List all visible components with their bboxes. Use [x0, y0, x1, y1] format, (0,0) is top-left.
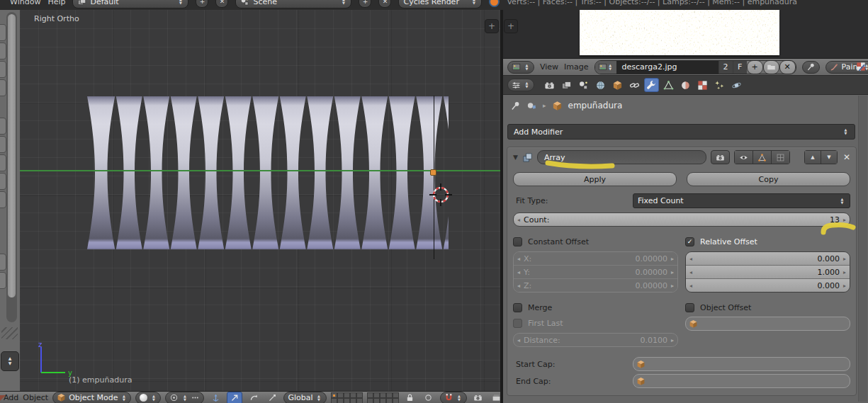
object-offset-checkbox[interactable]: [685, 303, 694, 312]
render-engine-selector[interactable]: Cycles Render ▲▼: [398, 0, 482, 8]
tab-physics[interactable]: [729, 78, 744, 92]
image-datablock-selector[interactable]: ▲▼: [595, 61, 616, 74]
editor-type-selector[interactable]: ▲▼: [507, 61, 534, 74]
relative-offset-checkbox[interactable]: ✓: [685, 237, 694, 246]
uv-properties-expand-button[interactable]: +: [504, 19, 518, 33]
pivot-point-selector[interactable]: ▲▼: [165, 392, 204, 403]
array-mesh-object[interactable]: [87, 96, 449, 251]
tab-object-data[interactable]: [661, 78, 676, 92]
pin-icon[interactable]: [510, 101, 521, 111]
cage-display-toggle[interactable]: [772, 150, 790, 164]
tab-texture[interactable]: [695, 78, 710, 92]
move-modifier-down-button[interactable]: ▼: [821, 150, 838, 164]
unlink-image-button[interactable]: ✕: [779, 60, 796, 74]
viewport-visibility-toggle[interactable]: [734, 150, 753, 164]
tool-shelf-button[interactable]: [0, 136, 6, 153]
image-users-button[interactable]: 2: [718, 61, 733, 74]
scale-manipulator-button[interactable]: [265, 392, 279, 403]
tab-scene[interactable]: [576, 78, 591, 92]
tab-object[interactable]: [610, 78, 625, 92]
uv-image-editor[interactable]: +: [503, 10, 868, 58]
constant-y-field[interactable]: ◂ Y: 0.00000 ▸: [514, 265, 677, 278]
menu-add[interactable]: Add: [4, 393, 18, 402]
tab-world[interactable]: [593, 78, 608, 92]
expand-panel-icon[interactable]: ▼: [513, 154, 518, 161]
increment-icon[interactable]: ▸: [843, 217, 846, 223]
end-cap-selector[interactable]: [633, 374, 850, 388]
panel-resize-grip[interactable]: [1, 327, 18, 339]
properties-scrollbar[interactable]: [858, 96, 867, 402]
transform-orientation-selector[interactable]: Global ▲▼: [283, 392, 326, 403]
constant-z-field[interactable]: ◂ Z: 0.00000 ▸: [514, 278, 677, 292]
menu-help[interactable]: Help: [47, 0, 65, 6]
copy-button[interactable]: Copy: [687, 172, 850, 186]
pin-image-button[interactable]: [802, 61, 820, 74]
move-modifier-up-button[interactable]: ▲: [804, 150, 821, 164]
layers-group-1[interactable]: [331, 392, 363, 403]
delete-layout-button[interactable]: ✕: [215, 0, 228, 8]
paint-mask-button[interactable]: [854, 62, 868, 73]
snap-selector[interactable]: ▲▼: [440, 392, 467, 403]
object-origin-dot[interactable]: [430, 169, 436, 176]
collapsed-panel-spinner[interactable]: ▲▼: [1, 351, 19, 371]
3d-viewport[interactable]: Right Ortho +: [20, 10, 500, 391]
start-cap-selector[interactable]: [633, 357, 850, 371]
menu-object[interactable]: Object: [23, 393, 48, 402]
screen-layout-selector[interactable]: Default ▲▼: [72, 0, 188, 8]
tool-shelf-button[interactable]: [0, 79, 6, 96]
count-slider[interactable]: ◂ Count: 13 ▸: [513, 212, 850, 227]
tool-shelf-button[interactable]: [0, 254, 6, 271]
viewport-properties-expand-button[interactable]: +: [485, 19, 499, 33]
tool-shelf-button[interactable]: [0, 272, 6, 289]
fake-user-button[interactable]: F: [733, 61, 747, 74]
tab-constraints[interactable]: [627, 78, 642, 92]
menu-view[interactable]: View: [540, 62, 558, 72]
manipulator-toggle-button[interactable]: [208, 392, 222, 403]
new-image-button[interactable]: +: [747, 60, 763, 74]
offset-object-selector[interactable]: [685, 317, 850, 331]
scene-selector[interactable]: Scene ▲▼: [235, 0, 351, 8]
tool-shelf-button[interactable]: [0, 154, 6, 171]
tool-shelf-button[interactable]: [0, 24, 6, 41]
tool-shelf-button[interactable]: [0, 61, 6, 78]
rotate-manipulator-button[interactable]: [247, 392, 261, 403]
constant-offset-checkbox[interactable]: [513, 237, 522, 246]
fit-type-dropdown[interactable]: Fixed Count ▲▼: [633, 193, 850, 208]
layers-group-2[interactable]: [367, 392, 399, 403]
editor-type-selector[interactable]: ▲▼: [507, 79, 534, 91]
viewport-shading-selector[interactable]: ▲▼: [135, 392, 161, 403]
decrement-icon[interactable]: ◂: [517, 217, 520, 223]
opengl-render-anim-button[interactable]: [490, 392, 500, 403]
constant-x-field[interactable]: ◂ X: 0.00000 ▸: [514, 252, 677, 265]
tab-render[interactable]: [542, 78, 557, 92]
tab-particles[interactable]: [712, 78, 727, 92]
lock-to-scene-button[interactable]: [403, 392, 417, 403]
modifier-name-field[interactable]: Array: [537, 150, 706, 164]
tool-shelf-button[interactable]: [0, 173, 6, 190]
add-scene-button[interactable]: +: [359, 0, 371, 8]
tab-modifiers[interactable]: [644, 78, 659, 92]
first-last-checkbox[interactable]: [513, 319, 522, 328]
open-image-button[interactable]: [763, 60, 779, 74]
tool-shelf-button[interactable]: [0, 42, 6, 59]
tool-shelf-button[interactable]: [0, 191, 6, 208]
relative-z-field[interactable]: ◂ 0.000 ▸: [686, 278, 850, 292]
edit-mode-display-toggle[interactable]: [753, 150, 772, 164]
image-name-field[interactable]: descarga2.jpg: [616, 61, 718, 74]
3d-cursor[interactable]: [425, 179, 456, 210]
translate-manipulator-button[interactable]: [227, 392, 242, 403]
delete-modifier-button[interactable]: ✕: [843, 152, 850, 162]
tab-material[interactable]: [678, 78, 693, 92]
menu-window[interactable]: Window: [10, 0, 40, 6]
opengl-render-button[interactable]: [471, 392, 485, 403]
delete-scene-button[interactable]: ✕: [378, 0, 391, 8]
add-modifier-dropdown[interactable]: Add Modifier ▲▼: [507, 124, 855, 140]
add-layout-button[interactable]: +: [196, 0, 208, 8]
merge-checkbox[interactable]: [513, 303, 522, 312]
apply-button[interactable]: Apply: [513, 172, 677, 186]
tab-render-layers[interactable]: [559, 78, 574, 92]
relative-x-field[interactable]: ◂ 0.000 ▸: [686, 252, 850, 265]
relative-y-field[interactable]: ◂ 1.000 ▸: [686, 265, 850, 278]
merge-distance-field[interactable]: ◂ Distance: 0.0100 ▸: [513, 333, 678, 347]
tool-shelf-scrollbar-thumb[interactable]: [8, 14, 16, 297]
